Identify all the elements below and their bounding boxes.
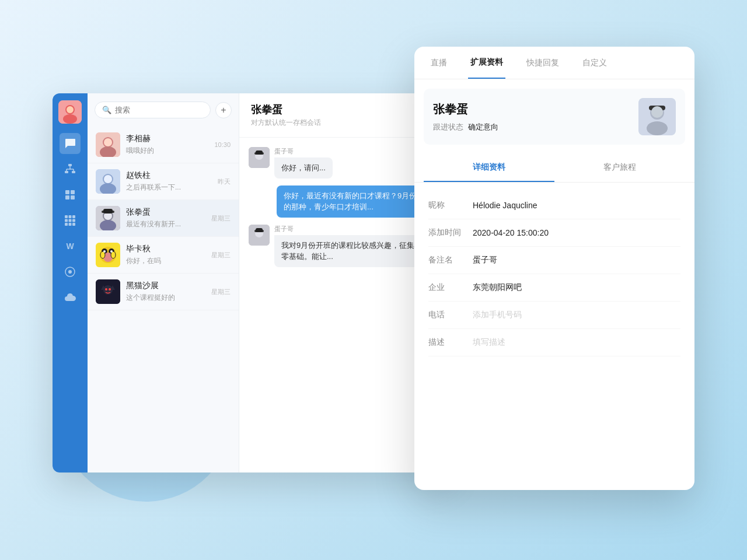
search-input[interactable]	[115, 106, 203, 114]
info-row: 描述 填写描述	[428, 329, 680, 356]
svg-rect-22	[69, 223, 72, 226]
list-item[interactable]: 毕卡秋 你好，在吗 星期三	[88, 237, 239, 274]
svg-point-47	[103, 250, 106, 253]
contact-time: 昨天	[218, 177, 231, 186]
info-row: 电话 添加手机号码	[428, 302, 680, 329]
svg-rect-5	[65, 171, 68, 173]
info-label: 企业	[428, 282, 463, 293]
avatar	[96, 169, 120, 194]
message-content: 蛋子哥 我对9月份开班的课程比较感兴趣，征集一下零基础。能让...	[274, 225, 438, 267]
avatar	[96, 132, 120, 157]
info-row: 企业 东莞朝阳网吧	[428, 274, 680, 302]
contact-info: 毕卡秋 你好，在吗	[126, 244, 205, 266]
list-item[interactable]: 赵铁柱 之后再联系一下... 昨天	[88, 163, 239, 200]
sidebar-chat-icon[interactable]	[60, 133, 81, 154]
svg-rect-14	[71, 195, 75, 200]
contact-name: 张拳蛋	[126, 207, 205, 218]
customer-photo	[638, 98, 676, 135]
tab-extended-info[interactable]: 扩展资料	[468, 47, 505, 79]
svg-point-54	[109, 288, 111, 290]
sidebar-apps-icon[interactable]	[60, 210, 81, 231]
svg-point-29	[104, 138, 112, 146]
svg-point-2	[63, 114, 77, 124]
contact-name: 赵铁柱	[126, 170, 212, 181]
tab-detail-info[interactable]: 详细资料	[424, 154, 554, 182]
svg-point-66	[647, 121, 668, 135]
svg-point-48	[110, 250, 113, 253]
info-value-phone[interactable]: 添加手机号码	[473, 310, 522, 320]
svg-rect-6	[72, 171, 75, 173]
sidebar-word-icon[interactable]: W	[60, 236, 81, 257]
search-icon: 🔍	[102, 106, 111, 114]
contact-preview: 你好，在吗	[126, 256, 205, 266]
svg-rect-4	[68, 164, 72, 166]
sidebar: W	[53, 93, 88, 473]
tab-quick-reply[interactable]: 快捷回复	[524, 47, 561, 79]
svg-rect-58	[256, 150, 263, 155]
contact-preview: 最近有没有新开...	[126, 219, 205, 229]
sidebar-cloud-icon[interactable]	[60, 287, 81, 308]
info-label: 昵称	[428, 200, 463, 211]
info-value-add-time: 2020-04-20 15:00:20	[473, 228, 549, 237]
svg-rect-20	[72, 219, 75, 222]
contact-preview: 哦哦好的	[126, 146, 208, 156]
search-input-wrap[interactable]: 🔍	[95, 102, 211, 118]
message-row: 蛋子哥 我对9月份开班的课程比较感兴趣，征集一下零基础。能让...	[249, 225, 440, 267]
tab-custom[interactable]: 自定义	[580, 47, 609, 79]
detail-info: 昵称 Hélodie Jaqucline 添加时间 2020-04-20 15:…	[414, 183, 694, 366]
message-sender: 蛋子哥	[274, 147, 333, 156]
svg-rect-39	[103, 209, 113, 214]
message-content: 蛋子哥 你好，请问...	[274, 147, 333, 178]
contact-info: 李相赫 哦哦好的	[126, 134, 208, 156]
svg-point-25	[68, 270, 72, 274]
chat-window: W 🔍 +	[53, 93, 449, 473]
chat-header-name: 张拳蛋	[251, 103, 438, 117]
panel-tabs: 直播 扩展资料 快捷回复 自定义	[414, 47, 694, 79]
customer-info: 张拳蛋 跟进状态 确定意向	[433, 102, 629, 132]
info-label: 电话	[428, 310, 463, 320]
contact-time: 星期三	[211, 214, 231, 223]
list-item[interactable]: 李相赫 哦哦好的 10:30	[88, 127, 239, 163]
add-contact-button[interactable]: +	[215, 102, 232, 118]
svg-rect-17	[72, 215, 75, 218]
avatar	[96, 243, 120, 267]
tab-live[interactable]: 直播	[428, 47, 449, 79]
chat-header-sub: 对方默认统一存档会话	[251, 118, 438, 128]
customer-card: 张拳蛋 跟进状态 确定意向	[424, 89, 685, 145]
contact-info: 赵铁柱 之后再联系一下...	[126, 170, 212, 192]
list-item[interactable]: 黑猫沙展 这个课程挺好的 星期三	[88, 274, 239, 310]
info-label: 描述	[428, 337, 463, 348]
customer-name: 张拳蛋	[433, 102, 629, 117]
sidebar-org-icon[interactable]	[60, 159, 81, 180]
follow-status-label: 跟进状态	[433, 122, 463, 132]
sub-tabs: 详细资料 客户旅程	[414, 154, 694, 183]
message-avatar	[249, 225, 270, 246]
message-avatar	[249, 147, 270, 168]
contact-time: 星期三	[211, 251, 231, 260]
sidebar-user-avatar[interactable]	[58, 100, 82, 124]
info-row: 备注名 蛋子哥	[428, 247, 680, 274]
sidebar-grid-icon[interactable]	[60, 184, 81, 205]
info-value-description[interactable]: 填写描述	[473, 337, 505, 348]
svg-rect-16	[69, 215, 72, 218]
svg-rect-15	[65, 215, 68, 218]
contact-info: 黑猫沙展 这个课程挺好的	[126, 281, 205, 303]
search-bar: 🔍 +	[88, 93, 239, 127]
info-value-remark: 蛋子哥	[473, 255, 497, 265]
svg-rect-62	[256, 228, 263, 232]
svg-rect-23	[72, 223, 75, 226]
svg-rect-13	[65, 195, 69, 200]
svg-rect-11	[65, 190, 69, 194]
tab-customer-journey[interactable]: 客户旅程	[554, 154, 685, 182]
customer-status-row: 跟进状态 确定意向	[433, 122, 629, 132]
info-row: 添加时间 2020-04-20 15:00:20	[428, 219, 680, 247]
contact-name: 毕卡秋	[126, 244, 205, 254]
svg-point-69	[651, 106, 663, 118]
message-bubble: 我对9月份开班的课程比较感兴趣，征集一下零基础。能让...	[274, 235, 438, 267]
follow-status-value: 确定意向	[468, 122, 498, 132]
sidebar-plugin-icon[interactable]	[60, 261, 81, 282]
message-row: 你好，最近有没有新的口才课程？9月份开班的那种，青少年口才培训...	[249, 186, 440, 218]
contact-preview: 之后再联系一下...	[126, 183, 212, 192]
contact-name: 李相赫	[126, 134, 208, 144]
list-item[interactable]: 张拳蛋 最近有没有新开... 星期三	[88, 200, 239, 237]
